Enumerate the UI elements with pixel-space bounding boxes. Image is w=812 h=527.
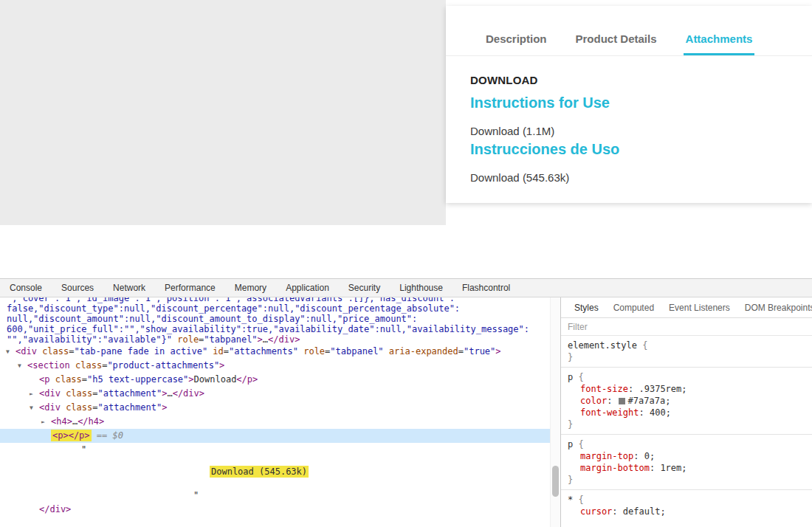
expand-arrow-closed-icon[interactable]: ► bbox=[30, 387, 39, 401]
devtools-tab-lighthouse[interactable]: Lighthouse bbox=[390, 279, 453, 297]
css-property[interactable]: cursor: default; bbox=[568, 506, 806, 517]
expand-arrow-open-icon[interactable]: ▼ bbox=[18, 359, 27, 373]
tab-product-details[interactable]: Product Details bbox=[574, 32, 659, 55]
syntax-token: > bbox=[219, 360, 224, 371]
syntax-token: class bbox=[61, 388, 92, 399]
dom-node-selected[interactable]: <p></p> == $0 bbox=[0, 429, 550, 443]
dom-node[interactable]: ►<h4>…</h4> bbox=[0, 415, 550, 429]
attachment-title-link[interactable]: Instrucciones de Uso bbox=[470, 142, 812, 156]
syntax-token: class bbox=[70, 360, 102, 371]
attachments-list: Instructions for UseDownload (1.1M)Instr… bbox=[470, 95, 812, 185]
attachment-title-link[interactable]: Instructions for Use bbox=[470, 95, 812, 110]
elements-dom-panel: ","cover":"1","id_image":"1","position":… bbox=[0, 297, 561, 527]
devtools-tab-console[interactable]: Console bbox=[0, 279, 52, 297]
download-section-heading: DOWNLOAD bbox=[470, 74, 812, 87]
attachment-download-link[interactable]: Download (545.63k) bbox=[470, 171, 812, 185]
devtools-body: ","cover":"1","id_image":"1","position":… bbox=[0, 297, 812, 527]
expand-arrow-open-icon[interactable]: ▼ bbox=[6, 345, 16, 359]
dom-tree: ","cover":"1","id_image":"1","position":… bbox=[0, 297, 550, 527]
product-tabs: DescriptionProduct DetailsAttachments bbox=[446, 6, 812, 56]
syntax-token: = bbox=[69, 346, 74, 356]
syntax-token: </h4> bbox=[78, 416, 104, 427]
syntax-token: 600,"unit_price_full":"","show_availabil… bbox=[7, 324, 529, 334]
syntax-token: == bbox=[92, 430, 113, 441]
devtools-toolbar: ConsoleSourcesNetworkPerformanceMemoryAp… bbox=[0, 279, 812, 297]
expand-arrow-closed-icon[interactable]: ► bbox=[41, 415, 51, 429]
attachment-item: Instructions for UseDownload (1.1M) bbox=[470, 95, 812, 138]
dom-node[interactable]: ►<div class="attachment">…</div> bbox=[0, 387, 550, 401]
dom-node[interactable]: ▼<div class="tab-pane fade in active" id… bbox=[0, 345, 550, 359]
syntax-token: = bbox=[92, 388, 97, 399]
devtools-tab-security[interactable]: Security bbox=[339, 279, 390, 297]
dom-node[interactable]: ▼<section class="product-attachments"> bbox=[0, 359, 550, 373]
syntax-token: > bbox=[162, 402, 167, 413]
rule-closing-brace: } bbox=[568, 351, 806, 363]
syntax-token: "true" bbox=[464, 346, 495, 356]
sidebar-tab-event-listeners[interactable]: Event Listeners bbox=[661, 297, 737, 318]
css-property[interactable]: margin-bottom: 1rem; bbox=[568, 462, 806, 474]
syntax-token: null,"discount_amount":null,"discount_am… bbox=[7, 314, 417, 324]
styles-filter-input[interactable] bbox=[566, 321, 807, 333]
syntax-token: … bbox=[263, 334, 268, 345]
syntax-token: = bbox=[224, 346, 229, 356]
syntax-token: " bbox=[193, 490, 199, 500]
dom-node[interactable]: false,"discount_type":null,"discount_per… bbox=[0, 303, 550, 314]
syntax-token: > bbox=[188, 374, 193, 385]
expand-arrow-open-icon[interactable]: ▼ bbox=[30, 401, 39, 415]
styles-rules: element.style {}p {font-size: .9375rem;c… bbox=[561, 336, 812, 527]
css-property[interactable]: font-weight: 400; bbox=[568, 407, 806, 418]
tab-description[interactable]: Description bbox=[484, 32, 549, 55]
sidebar-tab-dom-breakpoints[interactable]: DOM Breakpoints bbox=[737, 297, 812, 318]
rule-selector[interactable]: p { bbox=[568, 438, 806, 450]
dom-node[interactable]: 600,"unit_price_full":"","show_availabil… bbox=[0, 324, 550, 334]
dom-node[interactable]: </div> bbox=[0, 503, 550, 517]
attribute-value-wrapped-json: ","cover":"1","id_image":"1","position":… bbox=[0, 297, 550, 345]
syntax-token: <p bbox=[39, 374, 49, 385]
styles-filter-row bbox=[561, 318, 812, 336]
rule-selector[interactable]: element.style { bbox=[568, 340, 806, 351]
syntax-token: false,"discount_type":null,"discount_per… bbox=[7, 303, 460, 314]
attachment-download-link[interactable]: Download (1.1M) bbox=[470, 125, 812, 138]
search-highlight: <p></p> bbox=[51, 430, 92, 441]
dom-node[interactable]: null,"discount_amount":null,"discount_am… bbox=[0, 314, 550, 324]
devtools-tab-performance[interactable]: Performance bbox=[155, 279, 225, 297]
syntax-token: role bbox=[298, 346, 325, 356]
tab-attachments[interactable]: Attachments bbox=[684, 32, 755, 55]
dom-node[interactable]: "","availability":"available"}" role="ta… bbox=[0, 334, 550, 345]
syntax-token: "","availability":"available"}" bbox=[7, 334, 172, 345]
syntax-token: > bbox=[258, 334, 263, 345]
syntax-token: = bbox=[92, 402, 97, 413]
syntax-token: "h5 text-uppercase" bbox=[87, 374, 188, 385]
syntax-token: Download bbox=[194, 374, 237, 385]
devtools-tab-network[interactable]: Network bbox=[103, 279, 155, 297]
dom-node[interactable]: <p class="h5 text-uppercase">Download</p… bbox=[0, 373, 550, 387]
syntax-token: </div> bbox=[268, 334, 300, 345]
devtools-tab-memory[interactable]: Memory bbox=[225, 279, 276, 297]
scrollbar-thumb[interactable] bbox=[552, 466, 559, 497]
rule-closing-brace: } bbox=[568, 474, 806, 486]
syntax-token: class bbox=[49, 374, 81, 385]
devtools-panel: ConsoleSourcesNetworkPerformanceMemoryAp… bbox=[0, 278, 812, 527]
dom-node[interactable]: " bbox=[0, 489, 550, 503]
syntax-token: class bbox=[37, 346, 69, 356]
dom-node[interactable]: " bbox=[0, 443, 550, 457]
devtools-tab-flashcontrol[interactable]: Flashcontrol bbox=[453, 279, 520, 297]
css-property[interactable]: margin-top: 0; bbox=[568, 450, 806, 462]
dom-node[interactable]: ▼<div class="attachment"> bbox=[0, 401, 550, 415]
syntax-token: "attachment" bbox=[98, 402, 162, 413]
dom-node[interactable]: ","cover":"1","id_image":"1","position":… bbox=[0, 297, 550, 303]
sidebar-tab-computed[interactable]: Computed bbox=[606, 297, 661, 318]
devtools-tab-sources[interactable]: Sources bbox=[52, 279, 103, 297]
dom-node[interactable]: Download (545.63k) bbox=[0, 465, 550, 479]
dom-panel-scrollbar[interactable] bbox=[550, 297, 560, 527]
syntax-token: "tabpanel" bbox=[204, 334, 257, 345]
syntax-token: = bbox=[82, 374, 87, 385]
sidebar-tab-styles[interactable]: Styles bbox=[567, 297, 606, 318]
rule-selector[interactable]: p { bbox=[568, 371, 806, 383]
syntax-token: "attachments" bbox=[229, 346, 298, 356]
css-property[interactable]: color: #7a7a7a; bbox=[568, 395, 806, 407]
rule-selector[interactable]: * { bbox=[568, 494, 806, 506]
color-swatch[interactable] bbox=[619, 398, 625, 404]
css-property[interactable]: font-size: .9375rem; bbox=[568, 383, 806, 395]
devtools-tab-application[interactable]: Application bbox=[276, 279, 339, 297]
